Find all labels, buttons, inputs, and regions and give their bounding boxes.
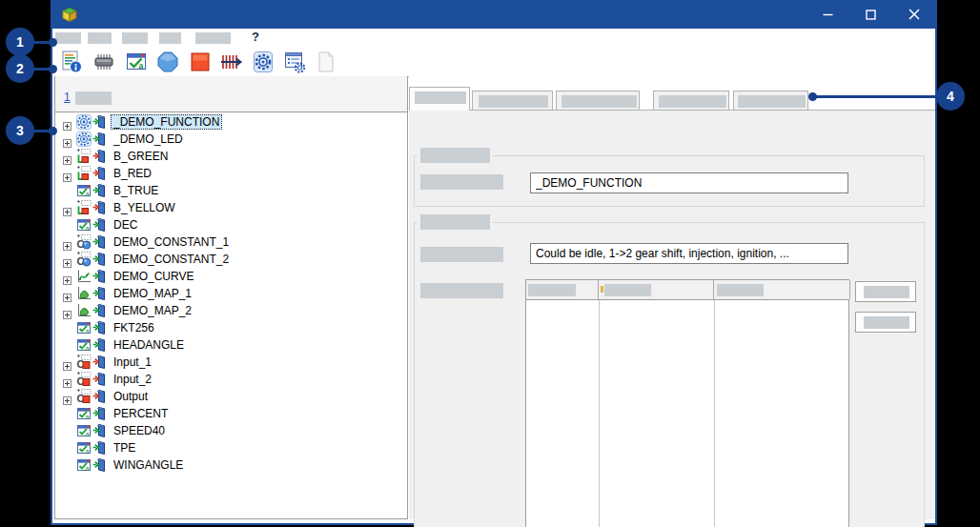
tree-row-_DEMO_LED[interactable]: _DEMO_LED	[55, 131, 407, 148]
minimize-button[interactable]	[812, 0, 843, 29]
table-column-header-3[interactable]	[714, 280, 850, 299]
column-header-redacted-label	[604, 284, 651, 296]
gear-toolbar-button[interactable]	[250, 51, 276, 76]
close-button[interactable]	[899, 0, 929, 29]
menu-item-redacted-1[interactable]	[55, 32, 81, 44]
tree-row-TPE[interactable]: a TPE	[55, 439, 407, 456]
expand-plus-icon[interactable]	[63, 289, 71, 297]
map-icon	[76, 286, 92, 301]
description-field-redacted-label	[420, 247, 503, 262]
tree-row-Input_2[interactable]: C Input_2	[55, 371, 407, 388]
table-header-row	[526, 280, 848, 300]
page-green-arrow-icon	[92, 234, 106, 250]
group1-redacted-legend	[420, 148, 490, 163]
tree-item-label: DEMO_MAP_2	[111, 303, 194, 318]
document-info-toolbar-button[interactable]	[58, 51, 84, 76]
maximize-button[interactable]	[855, 0, 886, 29]
sort-marker-icon	[601, 286, 603, 293]
expand-plus-icon[interactable]	[63, 272, 71, 280]
tree-row-Input_1[interactable]: C Input_1	[55, 354, 407, 371]
blue-octagon-toolbar-button[interactable]	[154, 51, 180, 76]
title-bar	[52, 0, 935, 29]
tree-row-HEADANGLE[interactable]: a HEADANGLE	[55, 336, 407, 354]
map-icon	[76, 303, 92, 318]
expand-plus-icon[interactable]	[63, 169, 71, 177]
tree-column-index[interactable]: 1	[64, 91, 71, 104]
tree-row-B_GREEN[interactable]: B_GREEN	[55, 148, 407, 165]
expand-plus-icon[interactable]	[63, 117, 71, 126]
menu-item-redacted-5[interactable]	[195, 32, 231, 44]
tree-row-DEMO_CONSTANT_1[interactable]: C DEMO_CONSTANT_1	[55, 233, 407, 251]
tree-row-B_RED[interactable]: B_RED	[55, 165, 407, 182]
tree-row-SPEED40[interactable]: a SPEED40	[55, 422, 407, 439]
chip-toolbar-button[interactable]	[91, 51, 116, 76]
detail-tab-1[interactable]	[409, 87, 470, 111]
page-green-arrow-icon	[92, 423, 106, 438]
tree-row-DEC[interactable]: a DEC	[55, 216, 407, 233]
callout-dot	[49, 65, 57, 73]
table-action-button-1[interactable]	[855, 281, 916, 302]
expand-plus-icon[interactable]	[63, 357, 71, 366]
description-input[interactable]	[530, 243, 848, 264]
tree-item-label: SPEED40	[111, 423, 168, 438]
tree-row-B_YELLOW[interactable]: B_YELLOW	[55, 199, 407, 216]
expand-plus-icon[interactable]	[63, 203, 71, 212]
tree-row-DEMO_CONSTANT_2[interactable]: C DEMO_CONSTANT_2	[55, 251, 407, 268]
tree-item-label: _DEMO_FUNCTION	[111, 114, 222, 130]
page-green-arrow-icon	[92, 252, 106, 267]
name-input[interactable]	[530, 172, 848, 193]
constant-red-icon: C	[76, 372, 92, 387]
detail-tab-5[interactable]	[733, 91, 808, 111]
document-icon	[314, 50, 338, 78]
menu-item-redacted-2[interactable]	[88, 32, 112, 44]
callout-number-badge: 1	[6, 28, 34, 56]
menu-item-redacted-3[interactable]	[122, 32, 148, 44]
check-window-icon: a	[124, 50, 149, 78]
menu-item-redacted-4[interactable]	[159, 32, 181, 44]
detail-tab-3[interactable]	[556, 91, 640, 111]
table-column-header-1[interactable]	[526, 280, 599, 299]
document-info-icon	[59, 50, 84, 78]
comb-arrow-toolbar-button[interactable]	[217, 51, 243, 76]
tree-row-_DEMO_FUNCTION[interactable]: _DEMO_FUNCTION	[55, 113, 407, 131]
tree-row-DEMO_MAP_1[interactable]: DEMO_MAP_1	[55, 285, 407, 302]
expand-plus-icon[interactable]	[63, 254, 71, 263]
expand-plus-icon[interactable]	[63, 152, 71, 160]
tree-row-B_TRUE[interactable]: a B_TRUE	[55, 182, 407, 199]
tree-item-label: DEMO_CURVE	[111, 269, 196, 284]
tree-item-label: DEMO_MAP_1	[111, 286, 194, 301]
red-square-toolbar-button[interactable]	[187, 51, 213, 76]
detail-tab-4[interactable]	[653, 91, 729, 111]
tree-item-label: FKT256	[111, 320, 157, 335]
tree-row-PERCENT[interactable]: a PERCENT	[55, 405, 407, 422]
table-action-button-2[interactable]	[855, 312, 916, 333]
button-redacted-label	[864, 286, 909, 298]
expand-plus-icon[interactable]	[63, 392, 71, 400]
tree-row-DEMO_MAP_2[interactable]: DEMO_MAP_2	[55, 302, 407, 319]
expand-plus-icon[interactable]	[63, 306, 71, 314]
tree-row-FKT256[interactable]: a FKT256	[55, 319, 407, 336]
svg-text:a: a	[86, 225, 90, 232]
help-menu[interactable]: ?	[252, 30, 259, 45]
window-gear-icon	[282, 50, 307, 78]
tree-row-Output[interactable]: C Output	[55, 388, 407, 405]
table-column-header-2[interactable]	[599, 280, 714, 299]
tree-item-label: _DEMO_LED	[111, 132, 186, 147]
constant-red-icon: C	[76, 389, 92, 404]
window-gear-toolbar-button[interactable]	[281, 51, 307, 76]
document-toolbar-button[interactable]	[313, 51, 338, 76]
tree-item-label: Input_2	[111, 372, 154, 387]
expand-plus-icon[interactable]	[63, 134, 71, 143]
check-window-toolbar-button[interactable]: a	[123, 51, 149, 76]
tree-item-label: TPE	[111, 440, 138, 456]
svg-text:a: a	[86, 191, 90, 197]
expand-plus-icon[interactable]	[63, 375, 71, 383]
tree-row-WINGANGLE[interactable]: a WINGANGLE	[55, 456, 407, 474]
detail-tab-2[interactable]	[472, 91, 553, 111]
tree-row-DEMO_CURVE[interactable]: DEMO_CURVE	[55, 268, 407, 285]
expand-plus-icon[interactable]	[63, 237, 71, 246]
tree-item-label: WINGANGLE	[111, 457, 186, 473]
curve-icon	[76, 269, 92, 284]
tree-item-label: DEMO_CONSTANT_2	[111, 252, 232, 267]
tree-header[interactable]: 1	[55, 76, 407, 112]
